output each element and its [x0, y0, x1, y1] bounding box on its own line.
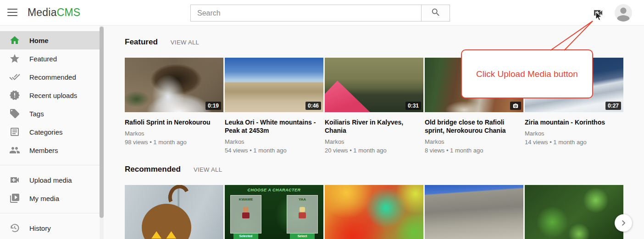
person-icon [615, 4, 632, 22]
game-thumb-heading: CHOOSE A CHARACTER [225, 188, 323, 192]
video-author[interactable]: Markos [325, 138, 423, 145]
video-thumbnail[interactable] [125, 185, 223, 239]
video-thumbnail[interactable]: 0:46 [225, 58, 323, 112]
sidebar-scrollbar-thumb[interactable] [100, 27, 104, 218]
history-icon [9, 223, 20, 234]
video-card[interactable] [325, 185, 423, 239]
video-meta: 98 views • 1 month ago [125, 139, 223, 146]
sidebar-label: Categories [29, 128, 63, 136]
sidebar-label: Upload media [29, 176, 72, 184]
tag-icon [9, 108, 20, 119]
sidebar-label: Members [29, 147, 58, 154]
sidebar-item-tags[interactable]: Tags [0, 104, 104, 123]
video-card[interactable] [125, 185, 223, 239]
featured-view-all-link[interactable]: VIEW ALL [171, 39, 199, 46]
logo[interactable]: MediaCMS [28, 6, 80, 19]
search-bar [190, 5, 450, 22]
carousel-next-button[interactable] [615, 214, 632, 232]
video-title[interactable]: Old bridge close to Rafioli sprint, Nero… [425, 118, 521, 135]
video-card[interactable]: 0:46 Leuka Ori - White mountains - Peak … [225, 58, 323, 154]
video-card[interactable]: 0:19 Rafioli Sprint in Nerokourou Markos… [125, 58, 223, 154]
search-icon [431, 7, 441, 19]
mouse-cursor [594, 11, 604, 22]
thumbnail-art: KWAME Selected [230, 195, 261, 234]
sidebar: Home Featured Recommended Recent uploads… [0, 26, 104, 239]
new-releases-icon [9, 90, 20, 101]
sidebar-item-upload-media[interactable]: Upload media [0, 171, 104, 189]
sidebar-label: Recommended [29, 73, 76, 81]
search-input[interactable] [190, 5, 421, 22]
categories-icon [9, 126, 20, 137]
home-icon [9, 35, 20, 46]
sidebar-scrollbar[interactable] [100, 26, 104, 239]
annotation-text: Click Upload Media button [476, 69, 578, 79]
search-button[interactable] [421, 5, 450, 22]
mediacms-app: MediaCMS Home Featured [0, 0, 644, 239]
sidebar-item-history[interactable]: History [0, 219, 104, 237]
video-author[interactable]: Markos [425, 138, 523, 145]
video-thumbnail[interactable] [525, 185, 623, 239]
duration-badge: 0:27 [605, 102, 621, 110]
menu-icon[interactable] [7, 9, 17, 17]
video-thumbnail[interactable]: CHOOSE A CHARACTER KWAME Selected YAA Se… [225, 185, 323, 239]
sidebar-label: My media [29, 195, 59, 202]
video-thumbnail[interactable] [325, 185, 423, 239]
sidebar-divider [0, 165, 100, 165]
user-avatar[interactable] [615, 4, 632, 22]
recommended-video-row: CHOOSE A CHARACTER KWAME Selected YAA Se… [125, 185, 644, 239]
video-card[interactable] [525, 185, 623, 239]
video-author[interactable]: Markos [525, 130, 623, 137]
members-icon [9, 145, 20, 156]
video-thumbnail[interactable]: 0:31 [325, 58, 423, 112]
video-library-icon [9, 193, 20, 204]
sidebar-label: Recent uploads [29, 92, 77, 99]
sidebar-item-categories[interactable]: Categories [0, 123, 104, 141]
sidebar-item-members[interactable]: Members [0, 141, 104, 159]
game-character-name: KWAME [231, 197, 261, 201]
video-meta: 20 views • 1 month ago [325, 147, 423, 154]
game-button: Select [290, 234, 315, 239]
game-button: Selected [233, 234, 258, 239]
sidebar-item-recent-uploads[interactable]: Recent uploads [0, 86, 104, 104]
video-card[interactable]: 0:31 Koiliaris River in Kalyves, Chania … [325, 58, 423, 154]
video-author[interactable]: Markos [225, 138, 323, 145]
video-call-icon [9, 174, 20, 185]
recommended-section-header: Recommended VIEW ALL [125, 165, 644, 174]
video-title[interactable]: Koiliaris River in Kalyves, Chania [325, 118, 421, 135]
video-author[interactable]: Markos [125, 130, 223, 137]
sidebar-label: Tags [29, 110, 44, 118]
done-all-icon [9, 71, 20, 82]
annotation-pointer [548, 19, 599, 51]
section-title: Featured [125, 38, 158, 47]
sidebar-item-home[interactable]: Home [0, 31, 104, 49]
recommended-view-all-link[interactable]: VIEW ALL [194, 166, 222, 173]
chevron-right-icon [619, 219, 627, 227]
video-title[interactable]: Rafioli Sprint in Nerokourou [125, 118, 221, 126]
video-card[interactable]: CHOOSE A CHARACTER KWAME Selected YAA Se… [225, 185, 323, 239]
game-character-name: YAA [287, 197, 317, 201]
video-thumbnail[interactable] [425, 185, 523, 239]
logo-cms: CMS [57, 6, 81, 18]
sidebar-label: History [29, 224, 51, 232]
photo-badge [510, 102, 521, 110]
duration-badge: 0:31 [405, 102, 421, 110]
duration-badge: 0:19 [205, 102, 221, 110]
thumbnail-art: YAA Select [287, 195, 318, 234]
sidebar-label: Featured [29, 55, 57, 63]
video-meta: 14 views • 1 month ago [525, 139, 623, 146]
sidebar-item-my-media[interactable]: My media [0, 189, 104, 207]
sidebar-item-featured[interactable]: Featured [0, 49, 104, 68]
top-bar: MediaCMS [0, 0, 644, 26]
sidebar-divider [0, 213, 100, 213]
logo-media: Media [28, 6, 57, 18]
video-card[interactable] [425, 185, 523, 239]
video-title[interactable]: Ziria mountain - Korinthos [525, 118, 621, 126]
video-title[interactable]: Leuka Ori - White mountains - Peak at 24… [225, 118, 321, 135]
star-icon [9, 53, 20, 64]
section-title: Recommended [125, 165, 181, 174]
camera-icon [512, 103, 519, 109]
video-thumbnail[interactable]: 0:19 [125, 58, 223, 112]
sidebar-item-recommended[interactable]: Recommended [0, 68, 104, 86]
sidebar-label: Home [29, 37, 49, 44]
video-meta: 8 views • 1 month ago [425, 147, 523, 154]
